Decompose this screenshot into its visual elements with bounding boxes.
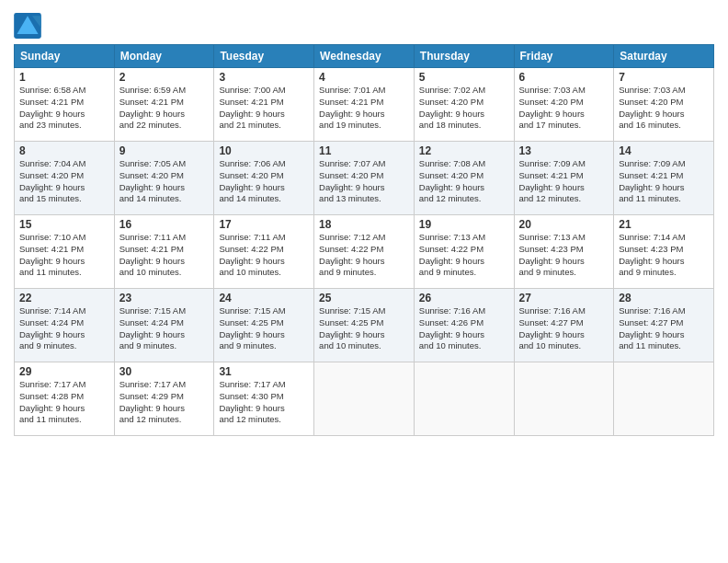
day-info: Sunrise: 7:01 AM Sunset: 4:21 PM Dayligh… xyxy=(319,85,409,132)
calendar-day: 14Sunrise: 7:09 AM Sunset: 4:21 PM Dayli… xyxy=(614,142,714,215)
calendar-day: 21Sunrise: 7:14 AM Sunset: 4:23 PM Dayli… xyxy=(614,215,714,289)
day-number: 29 xyxy=(19,365,109,378)
dow-header-cell: Thursday xyxy=(414,45,514,68)
day-info: Sunrise: 7:09 AM Sunset: 4:21 PM Dayligh… xyxy=(519,158,609,205)
day-number: 5 xyxy=(419,71,509,84)
calendar-day: 9Sunrise: 7:05 AM Sunset: 4:20 PM Daylig… xyxy=(114,142,214,215)
calendar-day: 30Sunrise: 7:17 AM Sunset: 4:29 PM Dayli… xyxy=(114,362,214,436)
day-number: 23 xyxy=(119,292,210,304)
calendar-day: 16Sunrise: 7:11 AM Sunset: 4:21 PM Dayli… xyxy=(114,215,214,289)
day-number: 10 xyxy=(219,144,309,157)
day-number: 1 xyxy=(19,71,109,84)
day-info: Sunrise: 7:14 AM Sunset: 4:23 PM Dayligh… xyxy=(619,232,709,279)
header xyxy=(14,9,714,39)
day-number: 13 xyxy=(519,144,609,157)
day-number: 25 xyxy=(319,292,409,304)
day-info: Sunrise: 7:17 AM Sunset: 4:28 PM Dayligh… xyxy=(19,379,109,426)
calendar-day: 10Sunrise: 7:06 AM Sunset: 4:20 PM Dayli… xyxy=(214,142,314,215)
calendar-day: 20Sunrise: 7:13 AM Sunset: 4:23 PM Dayli… xyxy=(514,215,614,289)
day-number: 2 xyxy=(119,71,210,84)
day-number: 21 xyxy=(619,218,709,231)
calendar-day: 8Sunrise: 7:04 AM Sunset: 4:20 PM Daylig… xyxy=(15,142,115,215)
day-info: Sunrise: 7:00 AM Sunset: 4:21 PM Dayligh… xyxy=(219,85,309,132)
day-number: 27 xyxy=(519,292,609,304)
day-number: 9 xyxy=(119,144,210,157)
day-number: 15 xyxy=(19,218,109,231)
day-info: Sunrise: 7:03 AM Sunset: 4:20 PM Dayligh… xyxy=(619,85,709,132)
calendar-day: 4Sunrise: 7:01 AM Sunset: 4:21 PM Daylig… xyxy=(314,68,415,142)
calendar-day: 26Sunrise: 7:16 AM Sunset: 4:26 PM Dayli… xyxy=(414,289,514,362)
day-info: Sunrise: 7:16 AM Sunset: 4:27 PM Dayligh… xyxy=(619,305,709,352)
calendar-day: 3Sunrise: 7:00 AM Sunset: 4:21 PM Daylig… xyxy=(214,68,314,142)
calendar-week: 1Sunrise: 6:58 AM Sunset: 4:21 PM Daylig… xyxy=(15,68,714,142)
day-number: 28 xyxy=(619,292,709,304)
calendar-day xyxy=(314,362,415,436)
day-info: Sunrise: 7:05 AM Sunset: 4:20 PM Dayligh… xyxy=(119,158,210,205)
day-info: Sunrise: 7:10 AM Sunset: 4:21 PM Dayligh… xyxy=(19,232,109,279)
day-info: Sunrise: 7:12 AM Sunset: 4:22 PM Dayligh… xyxy=(319,232,409,279)
day-info: Sunrise: 7:13 AM Sunset: 4:23 PM Dayligh… xyxy=(519,232,609,279)
day-info: Sunrise: 7:09 AM Sunset: 4:21 PM Dayligh… xyxy=(619,158,709,205)
dow-header-cell: Monday xyxy=(114,45,214,68)
day-info: Sunrise: 6:59 AM Sunset: 4:21 PM Dayligh… xyxy=(119,85,210,132)
calendar-day xyxy=(514,362,614,436)
dow-header-cell: Tuesday xyxy=(214,45,314,68)
calendar-day: 6Sunrise: 7:03 AM Sunset: 4:20 PM Daylig… xyxy=(514,68,614,142)
day-info: Sunrise: 7:14 AM Sunset: 4:24 PM Dayligh… xyxy=(19,305,109,352)
calendar-day: 15Sunrise: 7:10 AM Sunset: 4:21 PM Dayli… xyxy=(15,215,115,289)
day-number: 16 xyxy=(119,218,210,231)
day-info: Sunrise: 7:16 AM Sunset: 4:26 PM Dayligh… xyxy=(419,305,509,352)
day-info: Sunrise: 7:02 AM Sunset: 4:20 PM Dayligh… xyxy=(419,85,509,132)
day-number: 6 xyxy=(519,71,609,84)
day-number: 18 xyxy=(319,218,409,231)
day-info: Sunrise: 7:16 AM Sunset: 4:27 PM Dayligh… xyxy=(519,305,609,352)
calendar-week: 22Sunrise: 7:14 AM Sunset: 4:24 PM Dayli… xyxy=(15,289,714,362)
calendar-day: 17Sunrise: 7:11 AM Sunset: 4:22 PM Dayli… xyxy=(214,215,314,289)
day-number: 26 xyxy=(419,292,509,304)
calendar-day: 5Sunrise: 7:02 AM Sunset: 4:20 PM Daylig… xyxy=(414,68,514,142)
calendar-day: 24Sunrise: 7:15 AM Sunset: 4:25 PM Dayli… xyxy=(214,289,314,362)
calendar-day: 19Sunrise: 7:13 AM Sunset: 4:22 PM Dayli… xyxy=(414,215,514,289)
dow-header-cell: Saturday xyxy=(614,45,714,68)
calendar-day: 11Sunrise: 7:07 AM Sunset: 4:20 PM Dayli… xyxy=(314,142,415,215)
calendar-day xyxy=(414,362,514,436)
logo xyxy=(14,13,45,39)
calendar-day: 23Sunrise: 7:15 AM Sunset: 4:24 PM Dayli… xyxy=(114,289,214,362)
day-number: 19 xyxy=(419,218,509,231)
calendar-day: 7Sunrise: 7:03 AM Sunset: 4:20 PM Daylig… xyxy=(614,68,714,142)
day-number: 3 xyxy=(219,71,309,84)
day-number: 30 xyxy=(119,365,210,378)
day-number: 20 xyxy=(519,218,609,231)
day-info: Sunrise: 6:58 AM Sunset: 4:21 PM Dayligh… xyxy=(19,85,109,132)
calendar-day: 29Sunrise: 7:17 AM Sunset: 4:28 PM Dayli… xyxy=(15,362,115,436)
calendar-day: 22Sunrise: 7:14 AM Sunset: 4:24 PM Dayli… xyxy=(15,289,115,362)
day-info: Sunrise: 7:15 AM Sunset: 4:25 PM Dayligh… xyxy=(319,305,409,352)
day-number: 31 xyxy=(219,365,309,378)
day-info: Sunrise: 7:11 AM Sunset: 4:21 PM Dayligh… xyxy=(119,232,210,279)
day-number: 24 xyxy=(219,292,309,304)
dow-header-cell: Wednesday xyxy=(314,45,415,68)
logo-icon xyxy=(14,13,41,39)
calendar-day: 13Sunrise: 7:09 AM Sunset: 4:21 PM Dayli… xyxy=(514,142,614,215)
days-of-week-header: SundayMondayTuesdayWednesdayThursdayFrid… xyxy=(15,45,714,68)
calendar-week: 8Sunrise: 7:04 AM Sunset: 4:20 PM Daylig… xyxy=(15,142,714,215)
day-info: Sunrise: 7:15 AM Sunset: 4:24 PM Dayligh… xyxy=(119,305,210,352)
day-info: Sunrise: 7:08 AM Sunset: 4:20 PM Dayligh… xyxy=(419,158,509,205)
calendar-day: 27Sunrise: 7:16 AM Sunset: 4:27 PM Dayli… xyxy=(514,289,614,362)
day-number: 14 xyxy=(619,144,709,157)
calendar-day: 18Sunrise: 7:12 AM Sunset: 4:22 PM Dayli… xyxy=(314,215,415,289)
day-info: Sunrise: 7:17 AM Sunset: 4:30 PM Dayligh… xyxy=(219,379,309,426)
calendar-day: 2Sunrise: 6:59 AM Sunset: 4:21 PM Daylig… xyxy=(114,68,214,142)
dow-header-cell: Friday xyxy=(514,45,614,68)
calendar-body: 1Sunrise: 6:58 AM Sunset: 4:21 PM Daylig… xyxy=(15,68,714,436)
day-number: 4 xyxy=(319,71,409,84)
day-info: Sunrise: 7:15 AM Sunset: 4:25 PM Dayligh… xyxy=(219,305,309,352)
day-number: 12 xyxy=(419,144,509,157)
day-number: 22 xyxy=(19,292,109,304)
day-info: Sunrise: 7:04 AM Sunset: 4:20 PM Dayligh… xyxy=(19,158,109,205)
day-info: Sunrise: 7:17 AM Sunset: 4:29 PM Dayligh… xyxy=(119,379,210,426)
calendar-day: 12Sunrise: 7:08 AM Sunset: 4:20 PM Dayli… xyxy=(414,142,514,215)
calendar-day: 1Sunrise: 6:58 AM Sunset: 4:21 PM Daylig… xyxy=(15,68,115,142)
day-info: Sunrise: 7:06 AM Sunset: 4:20 PM Dayligh… xyxy=(219,158,309,205)
calendar-container: SundayMondayTuesdayWednesdayThursdayFrid… xyxy=(0,0,728,445)
